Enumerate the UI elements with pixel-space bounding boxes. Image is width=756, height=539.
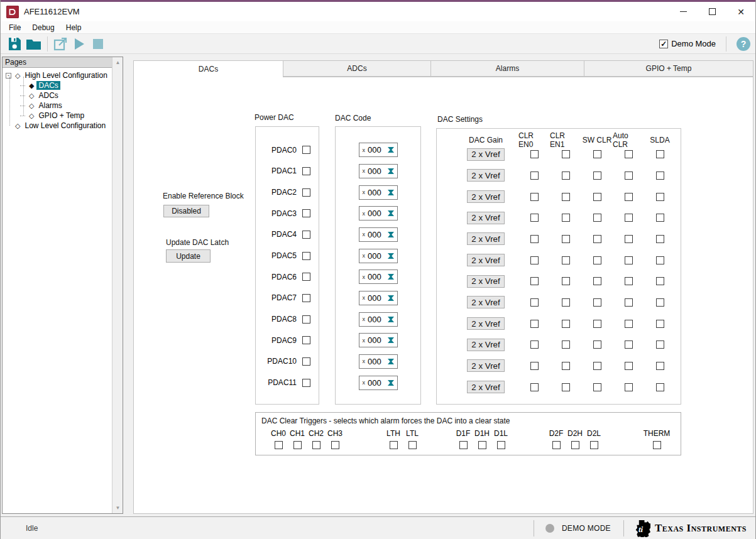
auto-clr-checkbox-11[interactable] bbox=[625, 383, 633, 391]
slda-checkbox-2[interactable] bbox=[656, 193, 664, 201]
sw-clr-checkbox-4[interactable] bbox=[593, 235, 601, 243]
dac-gain-button-0[interactable]: 2 x Vref bbox=[467, 148, 505, 161]
auto-clr-checkbox-3[interactable] bbox=[625, 214, 633, 222]
sw-clr-checkbox-11[interactable] bbox=[593, 383, 601, 391]
pdac5-checkbox[interactable] bbox=[302, 252, 310, 260]
tab-dacs[interactable]: DACs bbox=[133, 60, 283, 77]
auto-clr-checkbox-7[interactable] bbox=[625, 298, 633, 307]
clr-en1-checkbox-11[interactable] bbox=[562, 383, 570, 391]
dac-gain-button-10[interactable]: 2 x Vref bbox=[467, 359, 505, 372]
spinner-down-button[interactable] bbox=[388, 278, 394, 286]
auto-clr-checkbox-8[interactable] bbox=[625, 320, 633, 328]
dac-gain-button-6[interactable]: 2 x Vref bbox=[467, 275, 505, 288]
dac-code-spinner-7[interactable]: x000 bbox=[359, 291, 398, 305]
d2h-trigger-checkbox[interactable] bbox=[571, 441, 579, 449]
dac-code-spinner-9[interactable]: x000 bbox=[359, 333, 398, 347]
spinner-down-button[interactable] bbox=[388, 362, 394, 371]
help-button[interactable]: ? bbox=[737, 37, 750, 51]
sidebar-scrollbar[interactable]: ▲ ▼ bbox=[112, 57, 123, 513]
sidebar-item-low-level-configuration[interactable]: ◇Low Level Configuration bbox=[3, 121, 123, 131]
spinner-down-button[interactable] bbox=[388, 193, 394, 202]
spinner-down-button[interactable] bbox=[388, 320, 394, 329]
slda-checkbox-6[interactable] bbox=[656, 277, 664, 285]
clr-en1-checkbox-2[interactable] bbox=[562, 193, 570, 201]
slda-checkbox-3[interactable] bbox=[656, 214, 664, 222]
dac-gain-button-7[interactable]: 2 x Vref bbox=[467, 296, 505, 308]
sw-clr-checkbox-1[interactable] bbox=[593, 172, 601, 180]
run-button[interactable] bbox=[70, 36, 88, 52]
pdac2-checkbox[interactable] bbox=[302, 188, 310, 197]
sw-clr-checkbox-10[interactable] bbox=[593, 362, 601, 370]
spinner-down-button[interactable] bbox=[388, 341, 394, 350]
clr-en0-checkbox-9[interactable] bbox=[530, 340, 539, 349]
d2f-trigger-checkbox[interactable] bbox=[552, 441, 561, 449]
sw-clr-checkbox-6[interactable] bbox=[593, 277, 601, 285]
sw-clr-checkbox-5[interactable] bbox=[593, 256, 601, 264]
sidebar-item-alarms[interactable]: ◇Alarms bbox=[3, 101, 123, 111]
stop-button[interactable] bbox=[89, 36, 107, 52]
pdac0-checkbox[interactable] bbox=[302, 146, 310, 154]
clr-en1-checkbox-0[interactable] bbox=[562, 150, 570, 158]
menu-file[interactable]: File bbox=[3, 22, 26, 33]
dac-code-spinner-2[interactable]: x000 bbox=[359, 185, 398, 200]
spinner-down-button[interactable] bbox=[388, 172, 394, 181]
clr-en1-checkbox-4[interactable] bbox=[562, 235, 570, 243]
dac-gain-button-11[interactable]: 2 x Vref bbox=[467, 381, 505, 393]
menu-debug[interactable]: Debug bbox=[26, 22, 60, 33]
auto-clr-checkbox-0[interactable] bbox=[625, 150, 633, 158]
sidebar-item-adcs[interactable]: ◇ADCs bbox=[3, 90, 123, 101]
d1l-trigger-checkbox[interactable] bbox=[497, 441, 505, 449]
clr-en0-checkbox-1[interactable] bbox=[530, 172, 539, 180]
auto-clr-checkbox-10[interactable] bbox=[625, 362, 633, 370]
dac-code-spinner-10[interactable]: x000 bbox=[359, 354, 398, 369]
pdac9-checkbox[interactable] bbox=[302, 336, 310, 344]
spinner-down-button[interactable] bbox=[388, 214, 394, 223]
dac-gain-button-4[interactable]: 2 x Vref bbox=[467, 232, 505, 245]
clr-en0-checkbox-10[interactable] bbox=[530, 362, 539, 370]
dac-gain-button-9[interactable]: 2 x Vref bbox=[467, 339, 505, 351]
dac-code-spinner-11[interactable]: x000 bbox=[359, 376, 398, 390]
menu-help[interactable]: Help bbox=[60, 22, 87, 33]
auto-clr-checkbox-1[interactable] bbox=[625, 172, 633, 180]
open-button[interactable] bbox=[25, 36, 42, 52]
pdac3-checkbox[interactable] bbox=[302, 209, 310, 217]
tab-gpio-temp[interactable]: GPIO + Temp bbox=[584, 60, 753, 77]
dac-gain-button-8[interactable]: 2 x Vref bbox=[467, 317, 505, 330]
clr-en0-checkbox-7[interactable] bbox=[530, 298, 539, 307]
export-button[interactable] bbox=[52, 36, 69, 52]
ch3-trigger-checkbox[interactable] bbox=[331, 441, 339, 449]
slda-checkbox-7[interactable] bbox=[656, 298, 664, 307]
d1f-trigger-checkbox[interactable] bbox=[459, 441, 468, 449]
spinner-down-button[interactable] bbox=[388, 384, 394, 393]
dac-code-spinner-0[interactable]: x000 bbox=[359, 143, 398, 157]
scroll-down-icon[interactable]: ▼ bbox=[112, 503, 123, 513]
slda-checkbox-8[interactable] bbox=[656, 320, 664, 328]
clr-en0-checkbox-6[interactable] bbox=[530, 277, 539, 285]
therm-trigger-checkbox[interactable] bbox=[653, 441, 661, 449]
slda-checkbox-5[interactable] bbox=[656, 256, 664, 264]
maximize-button[interactable] bbox=[698, 2, 726, 21]
sw-clr-checkbox-0[interactable] bbox=[593, 150, 601, 158]
clr-en0-checkbox-8[interactable] bbox=[530, 320, 539, 328]
spinner-down-button[interactable] bbox=[388, 236, 394, 244]
sw-clr-checkbox-8[interactable] bbox=[593, 320, 601, 328]
clr-en0-checkbox-2[interactable] bbox=[530, 193, 539, 201]
sw-clr-checkbox-3[interactable] bbox=[593, 214, 601, 222]
clr-en0-checkbox-11[interactable] bbox=[530, 383, 539, 391]
slda-checkbox-9[interactable] bbox=[656, 340, 664, 349]
dac-gain-button-2[interactable]: 2 x Vref bbox=[467, 190, 505, 203]
dac-code-spinner-3[interactable]: x000 bbox=[359, 206, 398, 220]
minimize-button[interactable] bbox=[669, 2, 698, 21]
auto-clr-checkbox-9[interactable] bbox=[625, 340, 633, 349]
clr-en0-checkbox-3[interactable] bbox=[530, 214, 539, 222]
dac-code-spinner-5[interactable]: x000 bbox=[359, 249, 398, 263]
clr-en0-checkbox-0[interactable] bbox=[530, 150, 539, 158]
auto-clr-checkbox-5[interactable] bbox=[625, 256, 633, 264]
clr-en1-checkbox-9[interactable] bbox=[562, 340, 570, 349]
tree-expander-icon[interactable]: - bbox=[6, 73, 11, 79]
dac-code-spinner-6[interactable]: x000 bbox=[359, 270, 398, 284]
dac-gain-button-3[interactable]: 2 x Vref bbox=[467, 212, 505, 224]
lth-trigger-checkbox[interactable] bbox=[390, 441, 398, 449]
ch1-trigger-checkbox[interactable] bbox=[293, 441, 302, 449]
scroll-up-icon[interactable]: ▲ bbox=[112, 57, 123, 68]
